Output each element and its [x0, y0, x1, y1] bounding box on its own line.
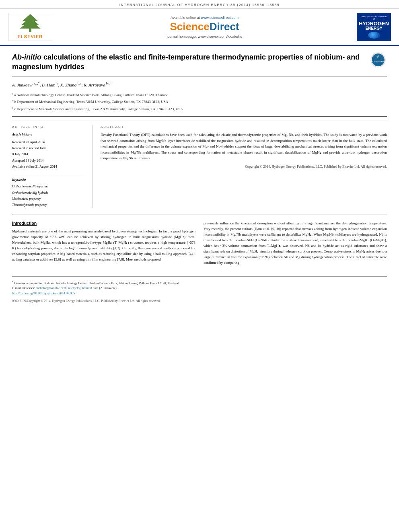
crossmark-section: ✓ CrossMark: [369, 52, 387, 68]
revised-date: 8 July 2014: [12, 151, 86, 157]
keyword-1: Orthorhombic Nb hydride: [12, 183, 86, 189]
available-online-date: Available online 21 August 2014: [12, 164, 86, 170]
affiliation-c: c c Department of Materials Science and …: [12, 106, 387, 112]
abstract-column: ABSTRACT Density Functional Theory (DFT)…: [101, 125, 387, 208]
science-direct-url[interactable]: www.sciencedirect.com: [201, 16, 239, 20]
elsevier-tree-icon: [14, 13, 46, 33]
authors-section: A. Junkaew a,c,*, B. Ham b, X. Zhang b,c…: [12, 81, 387, 88]
intro-right-column: previously influence the kinetics of des…: [204, 221, 387, 268]
sci-label: Science: [170, 21, 210, 33]
keywords-section: Keywords: Orthorhombic Nb hydride Orthor…: [12, 178, 86, 208]
received-revised-label: Received in revised form: [12, 145, 86, 151]
corresponding-author: * Corresponding author. National Nanotec…: [12, 280, 387, 286]
article-title: Ab-initio calculations of the elastic an…: [12, 52, 363, 72]
he-energy-label: ENERGY: [365, 26, 382, 31]
elsevier-logo: ELSEVIER: [8, 13, 52, 41]
direct-label: Direct: [210, 21, 239, 33]
keywords-list: Orthorhombic Nb hydride Orthorhombic Mg …: [12, 183, 86, 208]
available-online-text: Available online at www.sciencedirect.co…: [52, 16, 357, 20]
email-link-2[interactable]: nuchy96@hotmail.com: [68, 286, 98, 290]
svg-text:CrossMark: CrossMark: [372, 60, 384, 63]
he-logo-circle: [368, 32, 380, 39]
affiliation-b: b b Department of Mechanical Engineering…: [12, 99, 387, 105]
svg-text:✓: ✓: [376, 54, 380, 59]
intro-right-text: previously influence the kinetics of des…: [204, 221, 387, 266]
intro-heading: Introduction: [12, 221, 195, 226]
article-history: Article history: Received 23 April 2014 …: [12, 132, 86, 170]
title-divider: [12, 116, 387, 117]
footer-copyright: 0360-3199/Copyright © 2014, Hydrogen Ene…: [12, 299, 387, 304]
article-info-column: ARTICLE INFO Article history: Received 2…: [12, 125, 93, 208]
intro-left-text: Mg-based materials are one of the most p…: [12, 229, 195, 263]
journal-center-section: Available online at www.sciencedirect.co…: [52, 16, 357, 39]
journal-homepage: journal homepage: www.elsevier.com/locat…: [52, 35, 357, 39]
crossmark-icon: ✓ CrossMark: [370, 52, 386, 68]
doi-anchor[interactable]: http://dx.doi.org/10.1016/j.ijhydene.201…: [12, 292, 75, 295]
accepted-date: Accepted 13 July 2014: [12, 158, 86, 164]
received-date: Received 23 April 2014: [12, 139, 86, 145]
article-title-block: Ab-initio calculations of the elastic an…: [12, 52, 363, 72]
journal-header: ELSEVIER Available online at www.science…: [0, 9, 399, 46]
email-link-1[interactable]: anchalee@nanotec.or.th: [36, 286, 67, 290]
info-divider: [12, 174, 86, 174]
footnotes-section: * Corresponding author. National Nanotec…: [12, 276, 387, 304]
he-hydrogen-label: HYDROGEN: [359, 21, 389, 26]
he-intl-label: International Journal of: [359, 15, 389, 20]
affiliations-section: a a National Nanotechnology Center, Thai…: [12, 92, 387, 112]
email-addresses: E-mail addresses: anchalee@nanotec.or.th…: [12, 286, 387, 291]
keyword-3: Mechanical property: [12, 196, 86, 202]
doi-link: http://dx.doi.org/10.1016/j.ijhydene.201…: [12, 291, 387, 296]
article-title-section: Ab-initio calculations of the elastic an…: [12, 52, 387, 76]
main-content: Ab-initio calculations of the elastic an…: [0, 46, 399, 310]
abstract-text: Density Functional Theory (DFT) calculat…: [101, 132, 387, 170]
history-label: Article history:: [12, 132, 86, 138]
hydrogen-energy-logo: International Journal of HYDROGEN ENERGY: [357, 13, 391, 41]
elsevier-label: ELSEVIER: [18, 34, 43, 39]
top-bar: INTERNATIONAL JOURNAL OF HYDROGEN ENERGY…: [0, 0, 399, 9]
journal-citation: INTERNATIONAL JOURNAL OF HYDROGEN ENERGY…: [119, 3, 280, 7]
article-info-heading: ARTICLE INFO: [12, 125, 86, 129]
keyword-2: Orthorhombic Mg hydride: [12, 190, 86, 196]
introduction-section: Introduction Mg-based materials are one …: [12, 221, 387, 268]
keywords-label: Keywords:: [12, 178, 86, 182]
affiliation-a: a a National Nanotechnology Center, Thai…: [12, 92, 387, 98]
body-divider: [12, 214, 387, 215]
abstract-heading: ABSTRACT: [101, 125, 387, 129]
copyright-text: Copyright © 2014, Hydrogen Energy Public…: [101, 164, 387, 170]
keyword-4: Thermodynamic property: [12, 202, 86, 208]
intro-left-column: Introduction Mg-based materials are one …: [12, 221, 195, 268]
article-info-abstract: ARTICLE INFO Article history: Received 2…: [12, 121, 387, 208]
science-direct-logo: ScienceDirect: [52, 21, 357, 33]
